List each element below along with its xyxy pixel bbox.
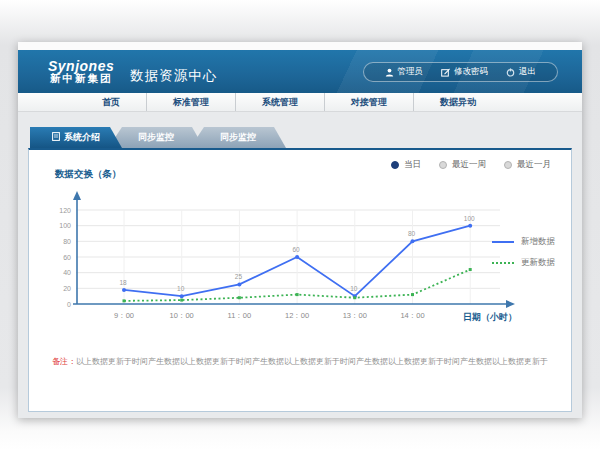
svg-text:25: 25	[235, 273, 243, 280]
logo-text-en: Synjones	[48, 59, 114, 74]
legend-item-update-data[interactable]: 更新数据	[492, 257, 555, 269]
svg-text:100: 100	[464, 215, 475, 222]
filter-today-label: 当日	[404, 159, 421, 171]
filter-last-week-label: 最近一周	[452, 159, 486, 171]
radio-selected-icon	[391, 161, 399, 169]
svg-text:10: 10	[177, 285, 185, 292]
legend-update-data-label: 更新数据	[521, 257, 555, 269]
user-icon	[385, 68, 394, 77]
nav-item-data-change[interactable]: 数据异动	[413, 93, 502, 111]
svg-text:9：00: 9：00	[114, 311, 134, 320]
tab-sync-monitor-1[interactable]: 同步监控	[108, 127, 204, 148]
footnote-text: 以上数据更新于时间产生数据以上数据更新于时间产生数据以上数据更新于时间产生数据以…	[76, 357, 548, 366]
nav-item-home[interactable]: 首页	[76, 93, 146, 111]
tab-sync-monitor-1-label: 同步监控	[138, 131, 174, 144]
logo: Synjones 新中新集团	[48, 59, 114, 85]
svg-text:40: 40	[63, 269, 71, 276]
svg-text:20: 20	[63, 285, 71, 292]
time-range-filter: 当日 最近一周 最近一月	[391, 159, 551, 171]
tab-system-intro[interactable]: 系统介绍	[30, 127, 122, 148]
svg-text:12：00: 12：00	[285, 311, 309, 320]
chart-panel: 当日 最近一周 最近一月 数据交换（条） 0204060801001209：00…	[28, 148, 572, 412]
change-password-button[interactable]: 修改密码	[432, 65, 497, 79]
legend-item-new-data[interactable]: 新增数据	[492, 236, 555, 248]
legend-new-data-label: 新增数据	[521, 236, 555, 248]
app-window: Synjones 新中新集团 数据资源中心 管理员 修改密码 退出	[18, 42, 582, 418]
svg-text:10: 10	[350, 285, 358, 292]
tab-bar: 系统介绍 同步监控 同步监控	[30, 127, 572, 148]
filter-last-month[interactable]: 最近一月	[504, 159, 551, 171]
filter-last-week[interactable]: 最近一周	[439, 159, 486, 171]
svg-text:100: 100	[59, 222, 71, 229]
filter-today[interactable]: 当日	[391, 159, 421, 171]
document-icon	[52, 132, 60, 143]
main-nav: 首页 标准管理 系统管理 对接管理 数据异动	[18, 93, 582, 112]
filter-last-month-label: 最近一月	[517, 159, 551, 171]
svg-text:11：00: 11：00	[228, 311, 252, 320]
solid-line-swatch	[492, 241, 514, 243]
line-chart: 0204060801001209：0010：0011：0012：0013：001…	[30, 178, 570, 342]
svg-text:13：00: 13：00	[343, 311, 367, 320]
logout-label: 退出	[519, 66, 536, 78]
nav-item-system-mgmt[interactable]: 系统管理	[235, 93, 324, 111]
user-menu: 管理员 修改密码 退出	[363, 62, 559, 82]
admin-user-label: 管理员	[398, 66, 424, 78]
svg-text:0: 0	[67, 301, 71, 308]
nav-item-standard-mgmt[interactable]: 标准管理	[146, 93, 235, 111]
app-header: Synjones 新中新集团 数据资源中心 管理员 修改密码 退出	[18, 50, 582, 93]
tab-sync-monitor-2-label: 同步监控	[220, 131, 256, 144]
svg-text:10：00: 10：00	[170, 311, 194, 320]
svg-text:120: 120	[59, 207, 71, 214]
power-icon	[506, 68, 515, 77]
svg-text:14：00: 14：00	[400, 311, 424, 320]
logo-text-cn: 新中新集团	[48, 73, 114, 84]
window-top-strip	[18, 42, 582, 50]
svg-text:60: 60	[292, 246, 300, 253]
svg-text:80: 80	[408, 230, 416, 237]
content-area: 系统介绍 同步监控 同步监控 当日 最近一周	[18, 112, 582, 418]
change-password-label: 修改密码	[454, 66, 488, 78]
tab-system-intro-label: 系统介绍	[64, 131, 100, 144]
svg-text:60: 60	[63, 254, 71, 261]
footnote-prefix: 备注：	[52, 357, 76, 366]
radio-icon	[504, 161, 512, 169]
footnote: 备注：以上数据更新于时间产生数据以上数据更新于时间产生数据以上数据更新于时间产生…	[29, 356, 571, 367]
chart-legend: 新增数据 更新数据	[492, 236, 555, 269]
tab-sync-monitor-2[interactable]: 同步监控	[190, 127, 286, 148]
dotted-line-swatch	[492, 262, 514, 264]
logout-button[interactable]: 退出	[497, 65, 545, 79]
app-title: 数据资源中心	[130, 67, 217, 85]
svg-text:80: 80	[63, 238, 71, 245]
svg-text:18: 18	[119, 279, 127, 286]
admin-user-button[interactable]: 管理员	[376, 65, 433, 79]
edit-icon	[441, 68, 450, 77]
radio-icon	[439, 161, 447, 169]
nav-item-interface-mgmt[interactable]: 对接管理	[324, 93, 413, 111]
chart-x-axis-title: 日期（小时）	[463, 312, 517, 322]
